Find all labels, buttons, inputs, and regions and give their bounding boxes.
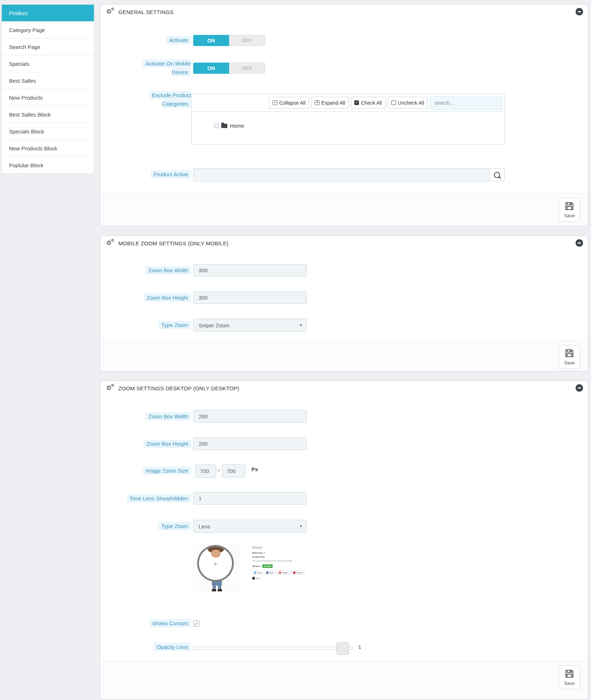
module-config-page: { "sidebar": { "items": [ {"label": "Pro… bbox=[0, 0, 591, 700]
panel-title: GENERAL SETTINGS bbox=[118, 9, 174, 15]
tree-node-home[interactable]: Home bbox=[214, 123, 244, 129]
save-icon bbox=[565, 349, 574, 359]
sidebar-item-new-products-block[interactable]: New Products Block bbox=[2, 140, 94, 156]
activate-mobile-toggle[interactable]: ON OFF bbox=[193, 63, 265, 74]
desktop-type-zoom-select[interactable]: Lens ▼ bbox=[193, 520, 307, 533]
save-button[interactable]: Save bbox=[559, 665, 580, 689]
save-button[interactable]: Save bbox=[559, 198, 580, 222]
panel-collapse-button[interactable] bbox=[576, 239, 583, 247]
panel-mobile-header: ⚙⚙ MOBILE ZOOM SETTINGS (ONLY MOBILE) bbox=[100, 236, 588, 251]
save-button-label: Save bbox=[564, 213, 575, 218]
collapse-icon: − bbox=[273, 100, 277, 105]
uncheck-all-button[interactable]: Uncheck All bbox=[388, 97, 428, 109]
desktop-zoom-box-width-input[interactable] bbox=[193, 410, 307, 423]
opacity-slider-track[interactable] bbox=[193, 647, 353, 650]
save-button-label: Save bbox=[564, 360, 575, 365]
product-preview-image bbox=[193, 544, 240, 592]
search-icon bbox=[494, 172, 500, 178]
zoom-box-width-label: Zoom Box Width bbox=[106, 412, 191, 421]
activate-label: Activate bbox=[106, 36, 191, 45]
exclude-categories-label: Exclude Product Categories bbox=[106, 91, 191, 108]
shows-cursors-checkbox[interactable]: ✓ bbox=[193, 621, 199, 627]
zoom-box-width-label: Zoom Box Width bbox=[106, 266, 191, 275]
panel-general-footer: Save bbox=[100, 193, 588, 226]
product-search-button[interactable] bbox=[489, 169, 504, 181]
sidebar-menu: Product Category Page Search Page Specia… bbox=[1, 4, 94, 174]
panel-desktop-footer: Save bbox=[100, 661, 588, 699]
pinterest-button: p Pinterest bbox=[291, 571, 305, 575]
sidebar-item-poplular-block[interactable]: Poplular Block bbox=[2, 156, 94, 173]
zoom-box-height-label: Zoom Box Height bbox=[106, 440, 191, 448]
toggle-on-option[interactable]: ON bbox=[193, 63, 229, 74]
save-button[interactable]: Save bbox=[559, 345, 580, 369]
sidebar-item-search-page[interactable]: Search Page bbox=[2, 38, 94, 55]
home-checkbox[interactable] bbox=[214, 123, 219, 128]
googleplus-button: g Google+ bbox=[277, 571, 290, 575]
preview-items-count: 299 Items bbox=[252, 565, 260, 567]
save-button-label: Save bbox=[564, 681, 575, 686]
category-tree-toolbar: − Collapse All + Expand All ✓ Check All … bbox=[192, 94, 505, 112]
panel-title: ZOOM SETTINGS DESKTOP (ONLY DESKTOP) bbox=[118, 385, 239, 391]
minus-icon bbox=[578, 387, 581, 388]
time-lens-input[interactable] bbox=[193, 492, 307, 505]
in-stock-badge: In stock bbox=[262, 564, 273, 568]
panel-desktop-header: ⚙⚙ ZOOM SETTINGS DESKTOP (ONLY DESKTOP) bbox=[100, 381, 588, 396]
expand-icon: + bbox=[315, 100, 319, 105]
collapse-all-button[interactable]: − Collapse All bbox=[269, 97, 309, 109]
sidebar-item-best-salles[interactable]: Best Salles bbox=[2, 72, 94, 89]
tweet-button: t Tweet bbox=[252, 571, 263, 575]
opacity-slider-handle[interactable] bbox=[336, 642, 349, 655]
toggle-on-option[interactable]: ON bbox=[193, 35, 229, 46]
mobile-type-zoom-select[interactable]: Sniper Zoom ▼ bbox=[193, 319, 307, 332]
size-separator: x bbox=[218, 467, 220, 473]
opacity-lens-label: Opacity Lens bbox=[106, 643, 191, 651]
product-active-input[interactable] bbox=[194, 169, 489, 181]
sidebar-item-specials[interactable]: Specials bbox=[2, 55, 94, 72]
preview-share-buttons: t Tweet f Share g Google+ p Pinterest bbox=[252, 571, 317, 575]
zoom-box-height-label: Zoom Box Height bbox=[106, 294, 191, 302]
preview-print-link: Print bbox=[252, 577, 317, 579]
save-icon bbox=[565, 201, 574, 212]
check-all-button[interactable]: ✓ Check All bbox=[351, 97, 385, 109]
selected-option: Sniper Zoom bbox=[199, 322, 229, 328]
chevron-down-icon: ▼ bbox=[299, 524, 303, 528]
panel-collapse-button[interactable] bbox=[576, 8, 583, 15]
panel-collapse-button[interactable] bbox=[576, 384, 583, 392]
pinterest-icon: p bbox=[293, 572, 295, 574]
category-search-input[interactable] bbox=[430, 96, 503, 110]
category-tree: − Collapse All + Expand All ✓ Check All … bbox=[191, 94, 505, 145]
sidebar-item-category-page[interactable]: Category Page bbox=[2, 21, 94, 38]
px-unit-label: Px bbox=[251, 466, 258, 472]
gears-icon: ⚙⚙ bbox=[106, 385, 115, 392]
minus-icon bbox=[578, 242, 581, 244]
sidebar-item-specials-block[interactable]: Specials Block bbox=[2, 123, 94, 140]
toggle-off-option[interactable]: OFF bbox=[229, 35, 265, 46]
sidebar-item-new-products[interactable]: New Products bbox=[2, 89, 94, 106]
panel-mobile-footer: Save bbox=[100, 340, 588, 371]
twitter-icon: t bbox=[254, 572, 256, 574]
share-button: f Share bbox=[264, 571, 276, 575]
product-active-group bbox=[193, 168, 505, 181]
panel-general-header: ⚙⚙ GENERAL SETTINGS bbox=[100, 5, 588, 19]
image-zoom-size-label: Image Zoom Size bbox=[106, 467, 191, 475]
activate-toggle[interactable]: ON OFF bbox=[193, 35, 265, 46]
panel-general-settings: ⚙⚙ GENERAL SETTINGS Activate ON OFF Acti… bbox=[100, 4, 588, 226]
folder-icon bbox=[221, 124, 227, 128]
toggle-off-option[interactable]: OFF bbox=[229, 63, 265, 74]
preview-product-name: Blouse bbox=[252, 546, 317, 549]
selected-option: Lens bbox=[199, 523, 210, 529]
sidebar-item-best-salles-block[interactable]: Best Salles Block bbox=[2, 106, 94, 123]
sidebar-item-product[interactable]: Product bbox=[2, 5, 94, 21]
googleplus-icon: g bbox=[279, 572, 281, 574]
desktop-zoom-box-height-input[interactable] bbox=[193, 437, 307, 450]
activate-mobile-label: Activate On Mobile Device bbox=[106, 59, 191, 77]
tree-node-label: Home bbox=[230, 123, 244, 129]
expand-all-button[interactable]: + Expand All bbox=[311, 97, 349, 109]
facebook-icon: f bbox=[266, 572, 268, 574]
mobile-zoom-box-height-input[interactable] bbox=[193, 291, 307, 304]
time-lens-label: Time Lens Show/Hidden bbox=[106, 494, 191, 503]
mobile-zoom-box-width-input[interactable] bbox=[193, 264, 307, 277]
product-preview-details: Blouse Model demo_2 Condition New Short … bbox=[252, 546, 317, 579]
image-zoom-width-input[interactable] bbox=[195, 464, 216, 478]
image-zoom-height-input[interactable] bbox=[222, 464, 245, 478]
